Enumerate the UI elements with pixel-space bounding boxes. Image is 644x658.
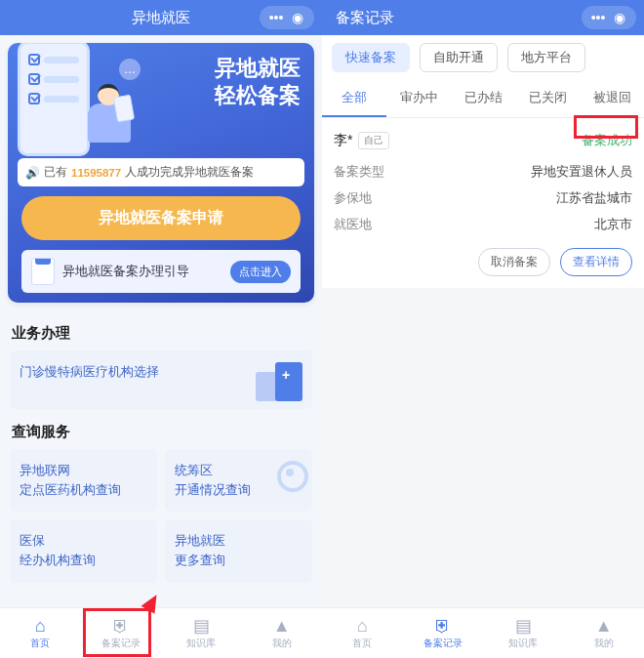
success-counter: 🔊 已有 11595877 人成功完成异地就医备案 bbox=[18, 158, 304, 186]
guide-doc-icon bbox=[31, 258, 55, 285]
bottom-tabbar: ⌂ 首页 ⛨ 备案记录 ▤ 知识库 ▲ 我的 bbox=[0, 607, 322, 658]
section-query-title: 查询服务 bbox=[12, 423, 310, 441]
kv-treat-key: 就医地 bbox=[334, 217, 372, 233]
tab-me-label: 我的 bbox=[594, 637, 614, 650]
header-bar: 异地就医 ••• ◉ bbox=[0, 0, 322, 35]
tab-doing[interactable]: 审办中 bbox=[386, 80, 451, 117]
horn-icon: 🔊 bbox=[25, 166, 40, 180]
chip-local[interactable]: 地方平台 bbox=[507, 43, 585, 72]
tab-record[interactable]: ⛨ 备案记录 bbox=[81, 608, 162, 658]
speech-bubble-icon: … bbox=[119, 59, 141, 80]
tab-record[interactable]: ⛨ 备案记录 bbox=[403, 608, 484, 658]
record-name: 李* bbox=[334, 132, 352, 149]
card-query-region-open[interactable]: 统筹区 开通情况查询 bbox=[165, 449, 312, 512]
shield-icon: ⛨ bbox=[112, 617, 130, 635]
q4-line2: 更多查询 bbox=[175, 551, 302, 570]
tab-me[interactable]: ▲ 我的 bbox=[564, 608, 645, 658]
hero-slogan: 异地就医 轻松备案 bbox=[215, 55, 301, 108]
tab-record-label: 备案记录 bbox=[101, 637, 141, 650]
tab-back[interactable]: 被退回 bbox=[580, 80, 644, 117]
more-icon[interactable]: ••• bbox=[587, 8, 609, 27]
hero-card: … 异地就医 轻松备案 🔊 已有 11595877 人成功完成异地就医备案 异地… bbox=[8, 43, 314, 303]
kv-treat-val: 北京市 bbox=[594, 217, 632, 233]
q3-line1: 医保 bbox=[20, 531, 147, 551]
section-biz-title: 业务办理 bbox=[12, 324, 310, 343]
card-query-agency[interactable]: 医保 经办机构查询 bbox=[10, 519, 157, 582]
kv-type-key: 备案类型 bbox=[334, 164, 384, 181]
kv-type-val: 异地安置退休人员 bbox=[531, 164, 632, 181]
guide-row[interactable]: 异地就医备案办理引导 点击进入 bbox=[21, 250, 301, 293]
kv-insure-val: 江苏省盐城市 bbox=[556, 190, 632, 207]
tab-closed[interactable]: 已关闭 bbox=[515, 80, 580, 117]
phone-illustration bbox=[18, 43, 90, 156]
q3-line2: 经办机构查询 bbox=[20, 551, 147, 570]
kv-insure-key: 参保地 bbox=[334, 190, 372, 207]
header-title: 备案记录 bbox=[336, 9, 394, 27]
more-icon[interactable]: ••• bbox=[265, 8, 287, 27]
apply-button[interactable]: 异地就医备案申请 bbox=[21, 196, 301, 240]
card-query-network-pharmacy[interactable]: 异地联网 定点医药机构查询 bbox=[10, 449, 157, 512]
relation-tag: 自己 bbox=[358, 132, 389, 149]
record-card: 李* 自己 备案成功 备案类型 异地安置退休人员 参保地 江苏省盐城市 就医地 … bbox=[322, 118, 644, 288]
record-screen: 备案记录 ••• ◉ 快速备案 自助开通 地方平台 全部 审办中 已办结 已关闭… bbox=[322, 0, 644, 658]
book-icon: ▤ bbox=[193, 617, 210, 635]
hero-line2: 轻松备案 bbox=[215, 82, 301, 109]
home-screen: 异地就医 ••• ◉ … 异地就医 轻松备案 🔊 已有 11595877 bbox=[0, 0, 322, 658]
status-tabs: 全部 审办中 已办结 已关闭 被退回 bbox=[322, 80, 644, 118]
card-query-more[interactable]: 异地就医 更多查询 bbox=[165, 519, 312, 582]
card-chronic-select[interactable]: 门诊慢特病医疗机构选择 bbox=[10, 350, 312, 409]
guide-enter-chip[interactable]: 点击进入 bbox=[230, 261, 291, 283]
record-status: 备案成功 bbox=[582, 132, 632, 149]
record-header: 李* 自己 备案成功 bbox=[334, 128, 632, 159]
count-number: 11595877 bbox=[71, 167, 121, 179]
tab-kb-label: 知识库 bbox=[186, 637, 216, 650]
bottom-tabbar: ⌂ 首页 ⛨ 备案记录 ▤ 知识库 ▲ 我的 bbox=[322, 607, 644, 658]
close-icon[interactable]: ◉ bbox=[609, 8, 630, 27]
user-icon: ▲ bbox=[273, 617, 291, 635]
hero-illustration: … 异地就医 轻松备案 bbox=[8, 43, 314, 150]
shield-icon: ⛨ bbox=[434, 617, 452, 635]
q1-line1: 异地联网 bbox=[20, 461, 147, 480]
btn-cancel-record[interactable]: 取消备案 bbox=[478, 248, 550, 276]
record-list-empty-area bbox=[322, 288, 644, 658]
tab-me[interactable]: ▲ 我的 bbox=[242, 608, 323, 658]
source-chip-row: 快速备案 自助开通 地方平台 bbox=[322, 35, 644, 80]
count-suffix: 人成功完成异地就医备案 bbox=[125, 165, 254, 180]
home-icon: ⌂ bbox=[35, 617, 46, 635]
hero-line1: 异地就医 bbox=[215, 55, 301, 82]
tab-home-label: 首页 bbox=[30, 637, 50, 650]
count-prefix: 已有 bbox=[44, 165, 67, 180]
kv-treat-loc: 就医地 北京市 bbox=[334, 212, 632, 238]
record-actions: 取消备案 查看详情 bbox=[334, 238, 632, 276]
close-icon[interactable]: ◉ bbox=[287, 8, 308, 27]
pin-icon bbox=[273, 459, 304, 496]
home-icon: ⌂ bbox=[357, 617, 368, 635]
tab-all[interactable]: 全部 bbox=[322, 80, 386, 117]
tab-kb-label: 知识库 bbox=[508, 637, 538, 650]
guide-text: 异地就医备案办理引导 bbox=[62, 264, 222, 280]
q1-line2: 定点医药机构查询 bbox=[20, 480, 147, 500]
hospital-icon bbox=[256, 358, 302, 401]
book-icon: ▤ bbox=[515, 617, 532, 635]
header-bar: 备案记录 ••• ◉ bbox=[322, 0, 644, 35]
tab-done[interactable]: 已办结 bbox=[451, 80, 515, 117]
chip-fast[interactable]: 快速备案 bbox=[332, 43, 410, 72]
header-title: 异地就医 bbox=[132, 9, 190, 27]
chip-self[interactable]: 自助开通 bbox=[420, 43, 498, 72]
user-icon: ▲ bbox=[595, 617, 613, 635]
kv-insure-loc: 参保地 江苏省盐城市 bbox=[334, 185, 632, 212]
tab-home[interactable]: ⌂ 首页 bbox=[0, 608, 81, 658]
person-illustration bbox=[80, 82, 139, 152]
tab-record-label: 备案记录 bbox=[423, 637, 463, 650]
tab-me-label: 我的 bbox=[272, 637, 292, 650]
tab-home[interactable]: ⌂ 首页 bbox=[322, 608, 403, 658]
miniapp-capsule[interactable]: ••• ◉ bbox=[260, 6, 314, 29]
q4-line1: 异地就医 bbox=[175, 531, 302, 551]
btn-view-detail[interactable]: 查看详情 bbox=[560, 248, 632, 276]
kv-type: 备案类型 异地安置退休人员 bbox=[334, 159, 632, 185]
tab-kb[interactable]: ▤ 知识库 bbox=[483, 608, 564, 658]
tab-kb[interactable]: ▤ 知识库 bbox=[161, 608, 242, 658]
miniapp-capsule[interactable]: ••• ◉ bbox=[582, 6, 636, 29]
tab-home-label: 首页 bbox=[352, 637, 372, 650]
